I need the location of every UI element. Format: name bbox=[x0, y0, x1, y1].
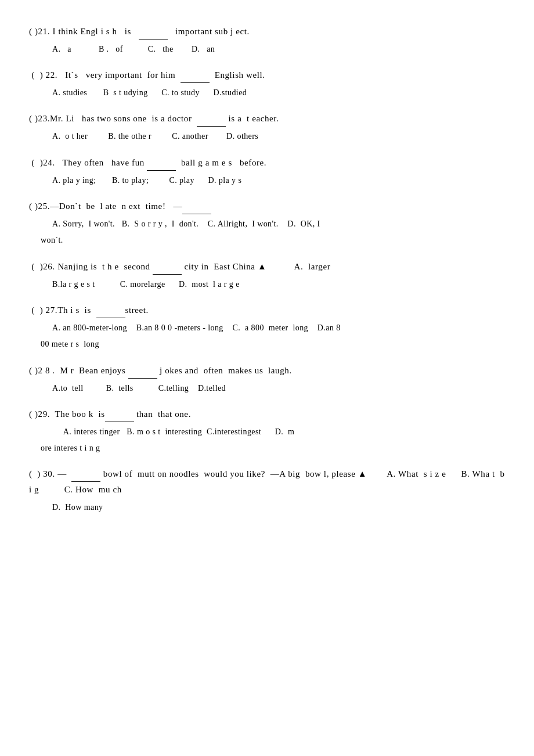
question-25: ( )25.—Don`t be l ate n ext time! — A. S… bbox=[29, 198, 505, 248]
question-23: ( )23.Mr. Li has two sons one is a docto… bbox=[29, 110, 505, 143]
question-27: ( ) 27.Th i s is street. A. an 800-meter… bbox=[29, 302, 505, 352]
question-30-text: ( ) 30. — bowl of mutt on noodles would … bbox=[29, 466, 505, 498]
question-21-options: A. a B . of C. the D. an bbox=[29, 42, 505, 56]
question-29-options: A. interes tinger B. m o s t interesting… bbox=[29, 424, 505, 440]
question-28-options: A.to tell B. tells C.telling D.telled bbox=[29, 381, 505, 395]
question-25-options: A. Sorry, I won't. B. S o r r y , I don'… bbox=[29, 217, 505, 232]
question-23-options: A. o t her B. the othe r C. another D. o… bbox=[29, 129, 505, 143]
question-24-text: ( )24. They often have fun ball g a m e … bbox=[29, 154, 505, 171]
question-22-text: ( ) 22. It`s very important for him Engl… bbox=[29, 67, 505, 83]
question-30-options: D. How many bbox=[29, 500, 505, 514]
question-28-text: ( )2 8 . M r Bean enjoys j okes and ofte… bbox=[29, 362, 505, 379]
question-21: ( )21. I think Engl i s h is important s… bbox=[29, 23, 505, 56]
question-29: ( )29. The boo k is than that one. A. in… bbox=[29, 406, 505, 456]
question-22-options: A. studies B s t udying C. to study D.st… bbox=[29, 85, 505, 100]
question-23-text: ( )23.Mr. Li has two sons one is a docto… bbox=[29, 110, 505, 127]
question-22: ( ) 22. It`s very important for him Engl… bbox=[29, 67, 505, 100]
question-26-text: ( )26. Nanjing is t h e second city in E… bbox=[29, 258, 505, 275]
question-29-text: ( )29. The boo k is than that one. bbox=[29, 406, 505, 422]
question-29-options-cont: ore interes t i n g bbox=[29, 441, 505, 455]
question-24-options: A. pla y ing; B. to play; C. play D. pla… bbox=[29, 173, 505, 188]
question-27-text: ( ) 27.Th i s is street. bbox=[29, 302, 505, 318]
exam-content: ( )21. I think Engl i s h is important s… bbox=[29, 23, 505, 515]
question-27-options: A. an 800-meter-long B.an 8 0 0 -meters … bbox=[29, 321, 505, 336]
question-21-text: ( )21. I think Engl i s h is important s… bbox=[29, 23, 505, 39]
question-25-options-cont: won`t. bbox=[29, 233, 505, 247]
question-26-options: B.la r g e s t C. morelarge D. most l a … bbox=[29, 277, 505, 291]
question-26: ( )26. Nanjing is t h e second city in E… bbox=[29, 258, 505, 291]
question-24: ( )24. They often have fun ball g a m e … bbox=[29, 154, 505, 188]
question-25-text: ( )25.—Don`t be l ate n ext time! — bbox=[29, 198, 505, 214]
question-30: ( ) 30. — bowl of mutt on noodles would … bbox=[29, 466, 505, 514]
question-28: ( )2 8 . M r Bean enjoys j okes and ofte… bbox=[29, 362, 505, 395]
question-27-options-cont: 00 mete r s long bbox=[29, 337, 505, 351]
